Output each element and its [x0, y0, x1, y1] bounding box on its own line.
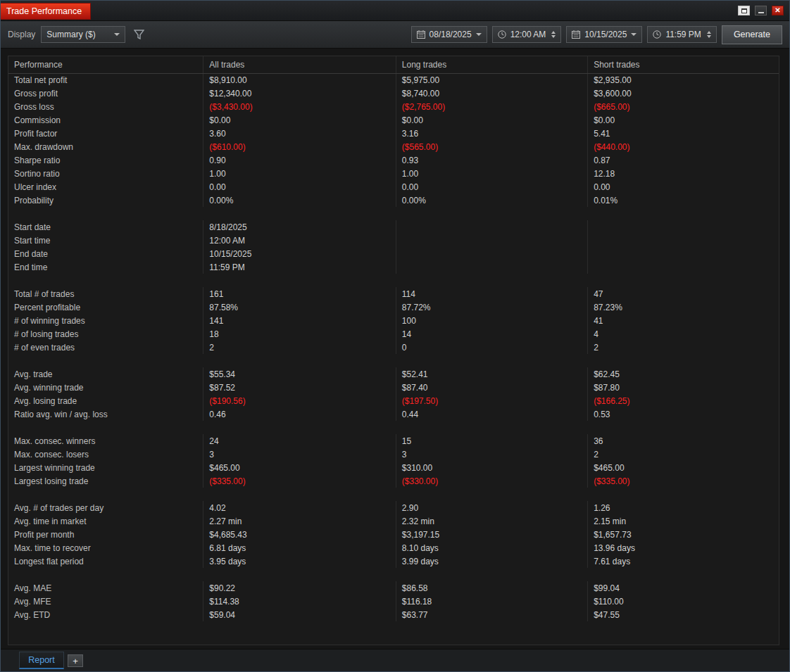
maximize-icon[interactable]: [738, 6, 750, 15]
short-trades-value: $47.55: [588, 608, 779, 621]
all-trades-value: $59.04: [203, 608, 396, 621]
date-range-controls: 08/18/2025 12:00 AM: [411, 25, 782, 44]
short-trades-value: $3,600.00: [588, 87, 779, 100]
table-row: Total net profit $8,910.00 $5,975.00 $2,…: [8, 73, 779, 87]
table-row: Max. drawdown ($610.00) ($565.00) ($440.…: [8, 140, 779, 153]
time-spinner[interactable]: [707, 31, 711, 38]
toolbar: Display Summary ($) 08/18/2025: [1, 20, 789, 49]
column-header-performance: Performance: [8, 56, 203, 73]
all-trades-value: [203, 568, 396, 581]
metric-label: # of winning trades: [8, 314, 203, 327]
short-trades-value: 0.01%: [588, 194, 779, 207]
all-trades-value: $55.34: [203, 367, 396, 381]
all-trades-value: 3.95 days: [203, 554, 396, 568]
metric-label: Sharpe ratio: [8, 153, 203, 167]
add-tab-button[interactable]: +: [68, 654, 83, 667]
metric-label: Probability: [8, 194, 203, 207]
close-icon[interactable]: ✕: [772, 6, 784, 15]
metric-label: Avg. winning trade: [8, 381, 203, 394]
start-date-picker[interactable]: 08/18/2025: [411, 26, 487, 43]
metric-label: Avg. trade: [8, 367, 203, 381]
metric-label: Avg. MFE: [8, 595, 203, 608]
spinner-up-icon[interactable]: [551, 31, 556, 34]
title-bar[interactable]: Trade Performance ✕: [1, 1, 789, 20]
long-trades-value: $8,740.00: [396, 87, 587, 100]
end-time-value: 11:59 PM: [665, 30, 701, 39]
all-trades-value: [203, 274, 396, 287]
metric-label: Largest losing trade: [8, 474, 203, 488]
table-row: Profit factor 3.60 3.16 5.41: [8, 127, 779, 140]
all-trades-value: 24: [203, 434, 396, 448]
table-row: Gross loss ($3,430.00) ($2,765.00) ($665…: [8, 100, 779, 113]
table-row: Probability 0.00% 0.00% 0.01%: [8, 194, 779, 207]
spinner-down-icon[interactable]: [707, 35, 711, 38]
short-trades-value: 5.41: [588, 127, 779, 140]
spinner-down-icon[interactable]: [551, 35, 556, 38]
metric-label: [8, 488, 203, 501]
table-row: Avg. # of trades per day 4.02 2.90 1.26: [8, 501, 779, 514]
spinner-up-icon[interactable]: [707, 31, 711, 34]
metric-label: Avg. ETD: [8, 608, 203, 621]
all-trades-value: $465.00: [203, 461, 396, 474]
metric-label: # of even trades: [8, 341, 203, 354]
all-trades-value: 2: [203, 341, 396, 354]
all-trades-value: $0.00: [203, 113, 396, 127]
filter-button[interactable]: [131, 26, 147, 43]
table-row: [8, 354, 779, 367]
table-row: [8, 488, 779, 501]
short-trades-value: [588, 421, 779, 434]
column-header-long-trades: Long trades: [396, 56, 587, 73]
short-trades-value: [588, 207, 779, 220]
trade-performance-window: { "window": { "title": "Trade Performanc…: [0, 0, 790, 672]
long-trades-value: [396, 354, 587, 367]
table-row: Ratio avg. win / avg. loss 0.46 0.44 0.5…: [8, 407, 779, 421]
generate-button[interactable]: Generate: [722, 25, 782, 44]
metric-label: Avg. MAE: [8, 581, 203, 595]
end-time-picker[interactable]: 11:59 PM: [647, 26, 716, 43]
tab-report[interactable]: Report: [19, 652, 64, 669]
short-trades-value: $1,657.73: [588, 528, 779, 541]
all-trades-value: [203, 488, 396, 501]
all-trades-value: 12:00 AM: [203, 234, 396, 247]
table-row: Percent profitable 87.58% 87.72% 87.23%: [8, 300, 779, 314]
short-trades-value: 1.26: [588, 501, 779, 514]
performance-table: Performance All trades Long trades Short…: [8, 56, 779, 621]
table-row: Profit per month $4,685.43 $3,197.15 $1,…: [8, 528, 779, 541]
all-trades-value: 141: [203, 314, 396, 327]
long-trades-value: $5,975.00: [396, 73, 587, 87]
metric-label: End date: [8, 247, 203, 260]
table-row: End time 11:59 PM: [8, 260, 779, 274]
display-dropdown[interactable]: Summary ($): [41, 26, 125, 43]
short-trades-value: $465.00: [588, 461, 779, 474]
metric-label: [8, 421, 203, 434]
table-row: Avg. time in market 2.27 min 2.32 min 2.…: [8, 514, 779, 528]
metric-label: Sortino ratio: [8, 167, 203, 180]
table-row: [8, 421, 779, 434]
table-row: Max. consec. winners 24 15 36: [8, 434, 779, 448]
column-header-all-trades: All trades: [203, 56, 396, 73]
minimize-icon[interactable]: [755, 6, 767, 15]
metric-label: Avg. losing trade: [8, 394, 203, 407]
metric-label: Total net profit: [8, 73, 203, 87]
performance-table-body: Total net profit $8,910.00 $5,975.00 $2,…: [8, 73, 779, 621]
short-trades-value: 41: [588, 314, 779, 327]
display-dropdown-value: Summary ($): [46, 30, 95, 39]
time-spinner[interactable]: [551, 31, 556, 38]
end-date-picker[interactable]: 10/15/2025: [566, 26, 642, 43]
column-header-short-trades: Short trades: [588, 56, 779, 73]
chevron-down-icon: [631, 33, 637, 36]
short-trades-value: 4: [588, 327, 779, 341]
table-row: Avg. winning trade $87.52 $87.40 $87.80: [8, 381, 779, 394]
metric-label: Longest flat period: [8, 554, 203, 568]
short-trades-value: [588, 260, 779, 274]
start-time-picker[interactable]: 12:00 AM: [492, 26, 562, 43]
table-row: Avg. losing trade ($190.56) ($197.50) ($…: [8, 394, 779, 407]
short-trades-value: [588, 354, 779, 367]
all-trades-value: 6.81 days: [203, 541, 396, 554]
long-trades-value: $3,197.15: [396, 528, 587, 541]
filter-icon: [134, 30, 144, 39]
all-trades-value: 10/15/2025: [203, 247, 396, 260]
start-time-value: 12:00 AM: [510, 30, 546, 39]
long-trades-value: 1.00: [396, 167, 587, 180]
metric-label: Start time: [8, 234, 203, 247]
